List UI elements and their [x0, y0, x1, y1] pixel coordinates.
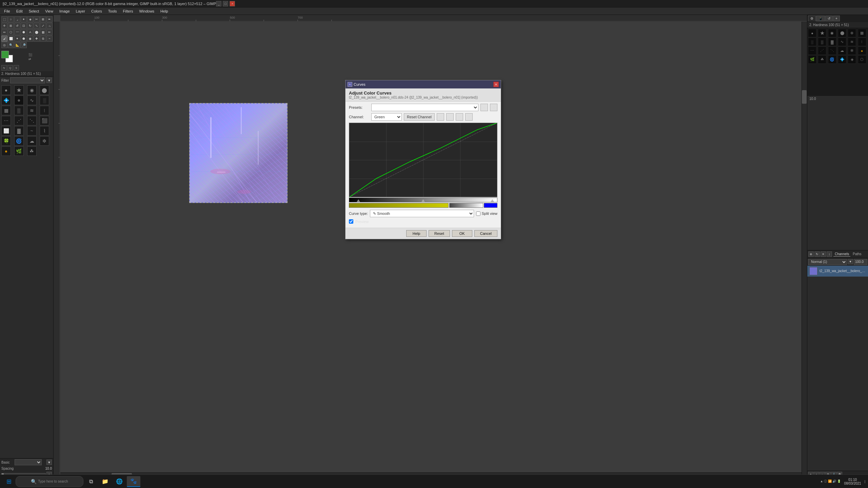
- channel-icon3[interactable]: ⊞: [456, 113, 463, 121]
- brush-item[interactable]: ⋯: [1, 116, 11, 125]
- bl-item[interactable]: ☘: [818, 55, 826, 64]
- brush-item[interactable]: ⋰: [14, 116, 24, 125]
- brush-item[interactable]: ▦: [1, 106, 11, 115]
- bl-item[interactable]: ∿: [838, 38, 846, 46]
- layer-mode-arrow[interactable]: ▼: [848, 259, 853, 264]
- tool-airbrush[interactable]: ✦: [14, 36, 20, 42]
- tool-scissors[interactable]: ✂: [34, 16, 40, 22]
- bl-item[interactable]: ⁝: [858, 38, 866, 46]
- tool-convolve[interactable]: ◎: [1, 42, 7, 48]
- minimize-button[interactable]: _: [216, 1, 221, 6]
- mode-quick-mask[interactable]: Q: [7, 65, 13, 70]
- maximize-button[interactable]: □: [223, 1, 228, 6]
- tab-undo-history[interactable]: ↺: [825, 16, 833, 21]
- brush-item[interactable]: 🍀: [1, 136, 11, 146]
- gimp-button[interactable]: 🐾: [127, 476, 140, 487]
- color-swatches[interactable]: [1, 51, 14, 63]
- bl-item[interactable]: 🌿: [808, 55, 816, 64]
- layer-icon2[interactable]: ↻: [814, 251, 820, 257]
- channel-icon2[interactable]: ↕: [446, 113, 454, 121]
- curves-graph[interactable]: [349, 123, 497, 197]
- tool-shear[interactable]: ⤢: [40, 23, 46, 29]
- brush-item[interactable]: ☁: [27, 136, 37, 146]
- tab-device-status[interactable]: 📱: [816, 16, 825, 21]
- tool-3d-transform[interactable]: ⬣: [21, 29, 27, 35]
- bl-item[interactable]: ⋯: [808, 46, 816, 55]
- tool-flip[interactable]: ⇔: [1, 29, 7, 35]
- bl-item[interactable]: ⊕: [848, 29, 856, 37]
- tool-pencil[interactable]: ✏: [46, 29, 53, 35]
- brush-item[interactable]: ⁝: [40, 106, 49, 115]
- tool-align[interactable]: ⊞: [8, 23, 14, 29]
- tool-clone[interactable]: ⧉: [40, 36, 46, 42]
- curves-close-button[interactable]: ×: [493, 82, 499, 87]
- menu-view[interactable]: View: [42, 8, 56, 14]
- brush-item[interactable]: ⌇: [40, 126, 49, 136]
- channel-icon4[interactable]: ⊟: [465, 113, 473, 121]
- tool-warp[interactable]: 〰: [14, 29, 20, 35]
- basic-collapse-icon[interactable]: ▼: [46, 460, 52, 465]
- reset-button[interactable]: Reset: [429, 230, 450, 237]
- image-canvas[interactable]: [189, 103, 288, 203]
- channel-icon1[interactable]: ⊡: [437, 113, 444, 121]
- presets-select[interactable]: [371, 104, 478, 111]
- vertical-scrollbar-thumb[interactable]: [802, 90, 807, 104]
- bl-item[interactable]: ⬡: [858, 55, 866, 64]
- brush-item[interactable]: ∿: [27, 96, 37, 105]
- layer-mode-select[interactable]: Normal (1): [808, 259, 847, 265]
- curve-type-select[interactable]: ✎ Smooth ✎ Linear: [370, 210, 474, 217]
- brush-item[interactable]: ●: [1, 85, 11, 95]
- bl-item[interactable]: ▓: [828, 38, 836, 46]
- menu-file[interactable]: File: [1, 8, 13, 14]
- bl-item[interactable]: ◈: [848, 55, 856, 64]
- tool-smudge[interactable]: ~: [46, 36, 53, 42]
- menu-layer[interactable]: Layer: [73, 8, 88, 14]
- brush-item[interactable]: ☘: [27, 146, 37, 156]
- tool-fuzzy-select[interactable]: ✦: [21, 16, 27, 22]
- brush-item[interactable]: ●: [14, 96, 24, 105]
- tool-fg-select[interactable]: ⊠: [40, 16, 46, 22]
- tool-eraser[interactable]: ⬜: [8, 36, 14, 42]
- close-button[interactable]: ×: [230, 1, 235, 6]
- menu-select[interactable]: Select: [26, 8, 42, 14]
- brush-item[interactable]: ⬤: [40, 85, 49, 95]
- start-button[interactable]: ⊞: [3, 476, 15, 487]
- menu-help[interactable]: Help: [158, 8, 171, 14]
- vertical-scrollbar[interactable]: [802, 22, 807, 478]
- mode-screen[interactable]: S: [14, 65, 19, 70]
- bl-item[interactable]: ☁: [838, 46, 846, 55]
- show-desktop-button[interactable]: |: [865, 480, 865, 483]
- input-slider-black[interactable]: [357, 199, 360, 202]
- menu-tools[interactable]: Tools: [105, 8, 120, 14]
- edge-button[interactable]: 🌐: [113, 476, 126, 487]
- curves-titlebar[interactable]: ≈ Curves ×: [346, 80, 501, 88]
- bl-item[interactable]: ◉: [828, 29, 836, 37]
- brush-item[interactable]: ⬛: [40, 116, 49, 125]
- tool-paths[interactable]: ✒: [46, 16, 53, 22]
- bl-item[interactable]: ●: [858, 46, 866, 55]
- layer-item[interactable]: t2_139_wa_jacket__bolero_n01.c: [807, 266, 868, 277]
- brush-item[interactable]: ~: [27, 126, 37, 136]
- layer-opacity-input[interactable]: [854, 259, 867, 265]
- tool-ellipse-select[interactable]: ○: [8, 16, 14, 22]
- menu-colors[interactable]: Colors: [88, 8, 105, 14]
- explorer-button[interactable]: 📁: [98, 476, 112, 487]
- reset-colors-icon[interactable]: ⬛: [28, 53, 32, 57]
- tool-rotate[interactable]: ↻: [27, 23, 33, 29]
- mode-normal[interactable]: N: [1, 65, 7, 70]
- input-slider-white[interactable]: [491, 199, 494, 202]
- brush-item[interactable]: ⬜: [1, 126, 11, 136]
- tool-heal[interactable]: ✚: [34, 36, 40, 42]
- menu-filters[interactable]: Filters: [120, 8, 136, 14]
- tool-transform[interactable]: ↺: [14, 23, 20, 29]
- brush-item[interactable]: ★: [14, 85, 24, 95]
- bl-item[interactable]: ▦: [858, 29, 866, 37]
- task-view-button[interactable]: ⧉: [84, 476, 98, 487]
- brush-item[interactable]: ◉: [27, 85, 37, 95]
- tool-color-picker[interactable]: 🔍: [8, 42, 14, 48]
- brush-item[interactable]: ▒: [14, 106, 24, 115]
- bl-item[interactable]: ⬤: [838, 29, 846, 37]
- brush-item[interactable]: ✼: [40, 136, 49, 146]
- reset-channel-button[interactable]: Reset Channel: [404, 113, 435, 121]
- layer-icon1[interactable]: ⊕: [808, 251, 814, 257]
